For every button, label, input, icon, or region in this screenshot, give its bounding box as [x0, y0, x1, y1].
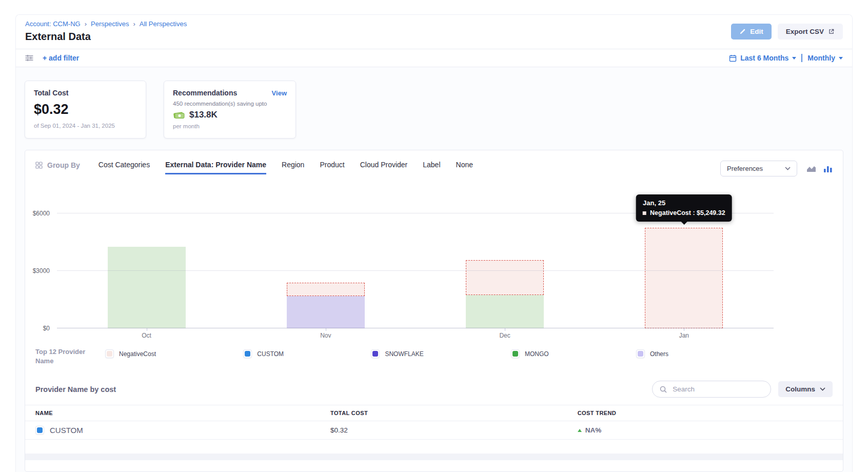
bar-nov[interactable]: [287, 283, 365, 328]
time-range-widget: Last 6 Months Monthly: [729, 54, 843, 62]
legend-swatch-custom: [243, 349, 252, 358]
cell-cost-trend: NA%: [578, 426, 833, 434]
breadcrumb-link-all-perspectives[interactable]: All Perspectives: [140, 20, 187, 28]
legend-swatch-snowflake: [371, 349, 380, 358]
chart-band-oct: [57, 190, 236, 328]
recommendations-line1: 450 recommendation(s) saving upto: [173, 101, 287, 107]
row-name-label: CUSTOM: [50, 426, 83, 435]
swatch-color: [245, 351, 250, 357]
y-axis-label-6000: $6000: [33, 210, 50, 217]
view-recommendations-link[interactable]: View: [272, 89, 287, 97]
swatch-color: [107, 351, 112, 357]
calendar-icon: [729, 54, 737, 62]
table-header-row: NAMETOTAL COSTCOST TREND: [25, 405, 843, 421]
legend-swatch-negativecost: [105, 349, 114, 358]
groupby-tab-external-data-provider-name[interactable]: External Data: Provider Name: [165, 161, 266, 174]
total-cost-card: Total Cost $0.32 of Sep 01, 2024 - Jan 3…: [25, 81, 146, 139]
legend-item-custom[interactable]: CUSTOM: [243, 349, 284, 358]
search-input[interactable]: [672, 385, 763, 394]
groupby-tabs: Cost CategoriesExternal Data: Provider N…: [98, 161, 720, 174]
bar-segment-dec-mongo[interactable]: [466, 295, 544, 328]
legend-label-custom: CUSTOM: [257, 350, 284, 358]
legend-swatch-mongo: [511, 349, 520, 358]
row-swatch-custom: [35, 426, 44, 435]
breadcrumb-link-account-ccm-ng[interactable]: Account: CCM-NG: [25, 20, 81, 28]
export-csv-label: Export CSV: [786, 28, 824, 35]
gridline-3000: [57, 270, 774, 271]
cost-chart: Jan, 25 NegativeCost : $5,249.32 $0$3000…: [25, 190, 843, 339]
header-left: Account: CCM-NG›Perspectives›All Perspec…: [25, 20, 187, 43]
tooltip-caret: [680, 221, 687, 225]
total-cost-period: of Sep 01, 2024 - Jan 31, 2025: [34, 123, 137, 129]
total-cost-value: $0.32: [34, 102, 137, 117]
search-icon: [660, 386, 667, 393]
recommendations-line2: per month: [173, 123, 287, 129]
edit-button[interactable]: Edit: [731, 24, 772, 40]
columns-button-label: Columns: [785, 385, 815, 393]
chevron-down-icon: [792, 57, 796, 60]
bar-chart-icon[interactable]: [823, 165, 833, 173]
groupby-tab-cloud-provider[interactable]: Cloud Provider: [360, 161, 408, 174]
swatch-color: [37, 427, 43, 433]
tooltip-series-value: NegativeCost : $5,249.32: [650, 209, 725, 217]
app-frame: Account: CCM-NG›Perspectives›All Perspec…: [15, 14, 853, 472]
gridline-0: [57, 328, 774, 328]
x-axis-tick-jan: [684, 328, 684, 331]
filter-settings-icon[interactable]: [25, 54, 33, 62]
search-box: [652, 381, 771, 398]
legend-label-snowflake: SNOWFLAKE: [385, 350, 423, 358]
x-axis-label-dec: Dec: [416, 332, 595, 339]
groupby-tab-label[interactable]: Label: [423, 161, 440, 174]
bar-segment-dec-negativecost[interactable]: [466, 260, 544, 294]
table-title: Provider Name by cost: [35, 385, 116, 394]
legend-item-snowflake[interactable]: SNOWFLAKE: [371, 349, 423, 358]
breadcrumb-separator-icon: ›: [133, 21, 135, 27]
x-axis-label-oct: Oct: [57, 332, 236, 339]
legend-item-negativecost[interactable]: NegativeCost: [105, 349, 156, 358]
bar-jan[interactable]: [645, 228, 723, 328]
table-header-cost-trend: COST TREND: [578, 410, 833, 416]
groupby-label: Group By: [47, 161, 80, 169]
groupby-row: Group By Cost CategoriesExternal Data: P…: [25, 150, 843, 176]
legend-item-mongo[interactable]: MONGO: [511, 349, 549, 358]
header-actions: Edit Export CSV: [731, 24, 843, 40]
money-icon: [173, 111, 185, 120]
time-range-dropdown[interactable]: Last 6 Months: [740, 54, 788, 62]
trend-value: NA%: [585, 426, 602, 434]
groupby-label-wrap: Group By: [35, 161, 80, 169]
groupby-tab-region[interactable]: Region: [282, 161, 304, 174]
groupby-tab-none[interactable]: None: [456, 161, 473, 174]
total-cost-label: Total Cost: [34, 89, 137, 97]
export-csv-button[interactable]: Export CSV: [778, 24, 843, 40]
bar-segment-jan-negativecost[interactable]: [645, 228, 723, 328]
x-axis-label-jan: Jan: [595, 332, 774, 339]
edit-button-label: Edit: [750, 28, 763, 35]
table-row-custom[interactable]: CUSTOM$0.32NA%: [25, 421, 843, 440]
chevron-down-icon: [820, 387, 825, 391]
groupby-tab-cost-categories[interactable]: Cost Categories: [98, 161, 150, 174]
x-axis-label-nov: Nov: [236, 332, 415, 339]
bar-oct[interactable]: [108, 247, 186, 328]
summary-cards: Total Cost $0.32 of Sep 01, 2024 - Jan 3…: [25, 81, 843, 139]
area-chart-icon[interactable]: [806, 165, 816, 172]
chevron-down-icon: [839, 57, 843, 60]
legend-item-others[interactable]: Others: [636, 349, 668, 358]
bar-segment-oct-mongo[interactable]: [108, 247, 186, 328]
breadcrumb-link-perspectives[interactable]: Perspectives: [91, 20, 129, 28]
preferences-dropdown[interactable]: Preferences: [720, 161, 797, 176]
columns-button[interactable]: Columns: [778, 381, 833, 397]
chart-plot-area: Jan, 25 NegativeCost : $5,249.32 $0$3000…: [57, 190, 774, 328]
cell-name-custom: CUSTOM: [35, 426, 330, 435]
breadcrumb: Account: CCM-NG›Perspectives›All Perspec…: [25, 20, 187, 28]
add-filter-link[interactable]: + add filter: [43, 54, 79, 62]
granularity-dropdown[interactable]: Monthly: [807, 54, 835, 62]
divider: [801, 54, 802, 62]
chevron-down-icon: [785, 167, 791, 170]
legend-label-negativecost: NegativeCost: [119, 350, 156, 358]
bar-segment-nov-others[interactable]: [287, 296, 365, 328]
groupby-tab-product[interactable]: Product: [320, 161, 344, 174]
filter-bar: + add filter Last 6 Months Monthly: [16, 49, 852, 67]
bar-segment-nov-negativecost[interactable]: [287, 283, 365, 296]
page-header: Account: CCM-NG›Perspectives›All Perspec…: [16, 15, 852, 49]
legend-title: Top 12 Provider Name: [35, 347, 92, 365]
